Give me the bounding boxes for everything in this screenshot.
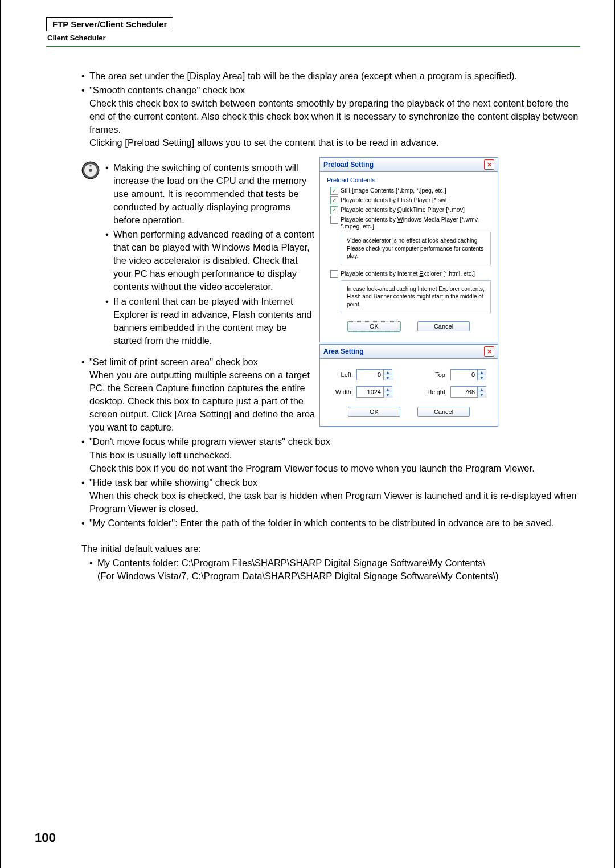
default-1: My Contents folder: C:\Program Files\SHA…: [89, 556, 580, 583]
bullet-smooth-p2: Clicking [Preload Setting] allows you to…: [89, 137, 439, 148]
close-icon[interactable]: ✕: [484, 346, 494, 357]
width-label: Width:: [331, 388, 353, 395]
bullet-smooth-title: "Smooth contents change" check box: [89, 85, 245, 95]
info-ie: In case look-ahead caching Internet Expl…: [341, 280, 491, 314]
note-bullets: Making the switching of contents smooth …: [105, 161, 316, 347]
spin-down-icon[interactable]: ▼: [384, 392, 392, 398]
bullet-mycontents: "My Contents folder": Enter the path of …: [81, 517, 580, 530]
note-1: Making the switching of contents smooth …: [105, 161, 316, 227]
preload-dialog-title: Preload Setting: [323, 161, 374, 169]
spin-down-icon[interactable]: ▼: [478, 392, 486, 398]
bullet-hide-taskbar: "Hide task bar while showing" check box …: [81, 476, 580, 515]
checkbox-quicktime[interactable]: ✓: [330, 206, 338, 214]
header-title-box: FTP Server/Client Scheduler: [46, 17, 173, 31]
chk-label-4: Playable contents by Windows Media Playe…: [341, 216, 491, 230]
checkbox-wmp[interactable]: ✓: [330, 216, 338, 224]
left-spinner[interactable]: 0 ▲▼: [356, 369, 392, 380]
spin-up-icon[interactable]: ▲: [478, 370, 486, 375]
note-icon: [81, 161, 100, 179]
cancel-button[interactable]: Cancel: [417, 407, 470, 417]
defaults-intro: The initial default values are:: [81, 542, 580, 555]
ok-button[interactable]: OK: [348, 407, 400, 417]
spin-up-icon[interactable]: ▲: [384, 370, 392, 375]
checkbox-still-image[interactable]: ✓: [330, 187, 338, 195]
area-setting-dialog: Area Setting ✕ Left: 0 ▲▼ Top: 0 ▲▼: [319, 344, 498, 427]
bullet-hide-body: When this check box is checked, the task…: [89, 490, 576, 514]
note-3: If a content that can be played with Int…: [105, 295, 316, 347]
bullet-display-area: The area set under the [Display Area] ta…: [81, 69, 580, 83]
area-dialog-title: Area Setting: [323, 347, 364, 355]
width-spinner[interactable]: 1024 ▲▼: [356, 386, 392, 398]
defaults-list: My Contents folder: C:\Program Files\SHA…: [89, 556, 580, 583]
info-wmp: Video accelerator is no effect at look-a…: [341, 232, 491, 265]
spin-up-icon[interactable]: ▲: [478, 387, 486, 392]
width-value: 1024: [357, 388, 383, 395]
checkbox-flash[interactable]: ✓: [330, 196, 338, 204]
header-divider: [46, 46, 580, 47]
height-label: Height:: [425, 388, 447, 395]
chk-label-2: Playable contents by Flash Player [*.swf…: [341, 196, 449, 203]
top-label: Top:: [425, 371, 447, 378]
spin-down-icon[interactable]: ▼: [478, 375, 486, 380]
preload-group-title: Preload Contents: [327, 177, 491, 183]
spin-down-icon[interactable]: ▼: [384, 375, 392, 380]
left-value: 0: [357, 371, 383, 378]
preload-setting-dialog: Preload Setting ✕ Preload Contents ✓Stil…: [319, 157, 498, 342]
bullet-dont-move-focus: "Don't move focus while program viewer s…: [81, 435, 580, 474]
header-subtitle: Client Scheduler: [47, 34, 580, 42]
svg-point-2: [89, 169, 92, 172]
close-icon[interactable]: ✕: [484, 159, 494, 170]
bullet-hide-title: "Hide task bar while showing" check box: [89, 477, 257, 488]
top-spinner[interactable]: 0 ▲▼: [450, 369, 486, 380]
height-value: 768: [451, 388, 477, 395]
note-2: When performing advanced reading of a co…: [105, 228, 316, 293]
page-number: 100: [35, 830, 56, 845]
bullet-print-body: When you are outputting multiple screens…: [89, 369, 320, 434]
top-value: 0: [451, 371, 477, 378]
bullet-focus-title: "Don't move focus while program viewer s…: [89, 436, 330, 447]
height-spinner[interactable]: 768 ▲▼: [450, 386, 486, 398]
spin-up-icon[interactable]: ▲: [384, 387, 392, 392]
checkbox-ie[interactable]: ✓: [330, 270, 338, 278]
bullet-smooth-p1: Check this check box to switch between c…: [89, 98, 578, 134]
chk-label-3: Playable contents by QuickTime Player [*…: [341, 206, 465, 213]
bullet-focus-l2: Check this box if you do not want the Pr…: [89, 463, 535, 473]
cancel-button[interactable]: Cancel: [417, 321, 470, 331]
left-label: Left:: [331, 371, 353, 378]
bullet-print-title: "Set limit of print screen area" check b…: [89, 357, 258, 367]
top-bullets: The area set under the [Display Area] ta…: [81, 69, 580, 150]
ok-button[interactable]: OK: [348, 321, 400, 331]
bullet-focus-l1: This box is usually left unchecked.: [89, 450, 232, 460]
chk-label-5: Playable contents by Internet Explorer […: [341, 270, 475, 277]
chk-label-1: Still Image Contents [*.bmp, *.jpeg, etc…: [341, 187, 446, 194]
bullet-smooth-contents: "Smooth contents change" check box Check…: [81, 84, 580, 149]
header-title: FTP Server/Client Scheduler: [52, 19, 167, 29]
